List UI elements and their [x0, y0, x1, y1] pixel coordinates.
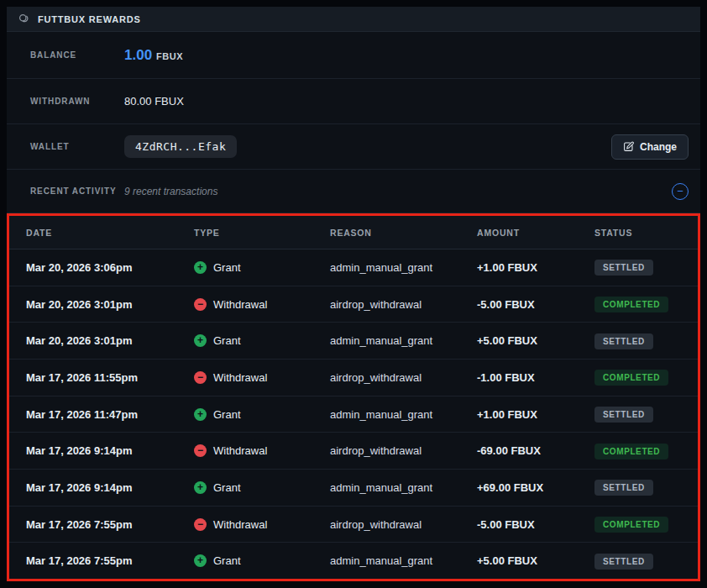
tx-type-label: Grant: [213, 481, 241, 494]
transactions-body: Mar 20, 2026 3:06pm + Grant admin_manual…: [9, 249, 698, 579]
change-wallet-button[interactable]: Change: [611, 134, 689, 160]
tx-amount: +5.00 FBUX: [477, 334, 594, 347]
column-header-type: TYPE: [194, 228, 330, 238]
table-row: Mar 17, 2026 7:55pm − Withdrawal airdrop…: [9, 507, 698, 543]
tx-type: − Withdrawal: [194, 518, 330, 531]
wallet-row: WALLET 4ZdRCH...Efak Change: [7, 124, 700, 170]
column-header-reason: REASON: [330, 228, 477, 238]
tx-type-label: Withdrawal: [213, 444, 267, 457]
status-badge: SETTLED: [594, 333, 653, 349]
tx-type: + Grant: [194, 481, 330, 494]
status-badge: SETTLED: [594, 554, 653, 570]
withdrawal-minus-icon: −: [194, 518, 207, 531]
status-badge: COMPLETED: [594, 517, 668, 533]
withdrawn-label: WITHDRAWN: [30, 97, 124, 106]
tx-amount: -1.00 FBUX: [477, 371, 594, 384]
wallet-label: WALLET: [30, 142, 124, 151]
table-row: Mar 17, 2026 7:55pm + Grant admin_manual…: [9, 543, 698, 579]
tx-date: Mar 17, 2026 9:14pm: [26, 444, 194, 457]
collapse-activity-button[interactable]: −: [672, 183, 689, 200]
table-row: Mar 20, 2026 3:01pm + Grant admin_manual…: [9, 323, 698, 360]
tx-type-label: Grant: [213, 334, 241, 347]
tx-amount: -5.00 FBUX: [477, 518, 594, 531]
tx-amount: +69.00 FBUX: [477, 481, 594, 494]
tx-status-cell: COMPLETED: [594, 296, 698, 312]
coins-icon: [18, 13, 30, 25]
tx-date: Mar 20, 2026 3:06pm: [26, 261, 194, 274]
table-row: Mar 17, 2026 9:14pm − Withdrawal airdrop…: [9, 433, 698, 470]
tx-type-label: Grant: [213, 554, 241, 567]
grant-plus-icon: +: [194, 261, 207, 274]
highlight-annotation: DATE TYPE REASON AMOUNT STATUS Mar 20, 2…: [7, 213, 700, 581]
status-badge: SETTLED: [594, 480, 653, 496]
tx-type-label: Withdrawal: [213, 298, 267, 311]
grant-plus-icon: +: [194, 408, 207, 421]
tx-amount: -69.00 FBUX: [477, 444, 594, 457]
tx-date: Mar 17, 2026 11:55pm: [26, 371, 194, 384]
tx-reason: airdrop_withdrawal: [330, 371, 477, 384]
status-badge: COMPLETED: [594, 297, 668, 312]
tx-type: + Grant: [194, 554, 330, 567]
withdrawal-minus-icon: −: [194, 444, 207, 457]
tx-status-cell: COMPLETED: [594, 443, 698, 459]
grant-plus-icon: +: [194, 481, 207, 494]
balance-unit: FBUX: [156, 51, 183, 61]
tx-status-cell: SETTLED: [594, 553, 698, 570]
tx-type: − Withdrawal: [194, 298, 330, 311]
tx-status-cell: COMPLETED: [594, 369, 698, 386]
tx-reason: admin_manual_grant: [330, 408, 477, 421]
table-row: Mar 17, 2026 11:47pm + Grant admin_manua…: [9, 396, 698, 433]
tx-date: Mar 17, 2026 11:47pm: [26, 408, 194, 421]
tx-reason: airdrop_withdrawal: [330, 298, 477, 311]
tx-type-label: Grant: [213, 408, 241, 421]
tx-status-cell: SETTLED: [594, 406, 698, 423]
column-header-status: STATUS: [594, 228, 698, 238]
wallet-address-pill: 4ZdRCH...Efak: [124, 135, 237, 158]
tx-type: + Grant: [194, 334, 330, 347]
tx-amount: +1.00 FBUX: [477, 408, 594, 421]
change-button-label: Change: [640, 141, 677, 153]
tx-reason: admin_manual_grant: [330, 334, 477, 347]
activity-summary-text: 9 recent transactions: [124, 186, 217, 197]
withdrawn-value: 80.00 FBUX: [124, 95, 184, 108]
balance-amount: 1.00: [124, 47, 152, 63]
balance-row: BALANCE 1.00FBUX: [7, 32, 700, 79]
futtbux-rewards-panel: FUTTBUX REWARDS BALANCE 1.00FBUX WITHDRA…: [7, 7, 700, 581]
tx-type: − Withdrawal: [194, 371, 330, 384]
withdrawn-row: WITHDRAWN 80.00 FBUX: [7, 79, 700, 124]
withdrawal-minus-icon: −: [194, 371, 207, 384]
tx-date: Mar 17, 2026 7:55pm: [26, 518, 194, 531]
tx-type-label: Grant: [213, 261, 241, 274]
balance-value: 1.00FBUX: [124, 47, 183, 64]
tx-status-cell: SETTLED: [594, 479, 698, 496]
status-badge: SETTLED: [594, 407, 653, 423]
tx-status-cell: SETTLED: [594, 259, 698, 276]
tx-reason: admin_manual_grant: [330, 481, 477, 494]
table-row: Mar 17, 2026 11:55pm − Withdrawal airdro…: [9, 360, 698, 396]
transactions-header: DATE TYPE REASON AMOUNT STATUS: [9, 216, 698, 249]
withdrawal-minus-icon: −: [194, 298, 207, 311]
tx-status-cell: SETTLED: [594, 333, 698, 349]
column-header-amount: AMOUNT: [477, 228, 594, 238]
tx-date: Mar 17, 2026 7:55pm: [26, 554, 194, 567]
grant-plus-icon: +: [194, 554, 207, 567]
table-row: Mar 20, 2026 3:01pm − Withdrawal airdrop…: [9, 286, 698, 323]
tx-reason: airdrop_withdrawal: [330, 444, 477, 457]
minus-icon: −: [677, 185, 683, 197]
tx-type-label: Withdrawal: [213, 371, 267, 384]
tx-date: Mar 20, 2026 3:01pm: [26, 334, 194, 347]
edit-pencil-icon: [623, 141, 634, 152]
table-row: Mar 17, 2026 9:14pm + Grant admin_manual…: [9, 470, 698, 507]
tx-amount: +5.00 FBUX: [477, 554, 594, 567]
tx-reason: admin_manual_grant: [330, 554, 477, 567]
recent-activity-row: RECENT ACTIVITY 9 recent transactions −: [7, 170, 700, 213]
tx-date: Mar 17, 2026 9:14pm: [26, 481, 194, 494]
tx-reason: airdrop_withdrawal: [330, 518, 477, 531]
tx-type: + Grant: [194, 408, 330, 421]
tx-reason: admin_manual_grant: [330, 261, 477, 274]
recent-activity-label: RECENT ACTIVITY: [30, 186, 124, 196]
tx-amount: +1.00 FBUX: [477, 261, 594, 274]
tx-date: Mar 20, 2026 3:01pm: [26, 298, 194, 311]
column-header-date: DATE: [26, 228, 194, 238]
tx-amount: -5.00 FBUX: [477, 298, 594, 311]
